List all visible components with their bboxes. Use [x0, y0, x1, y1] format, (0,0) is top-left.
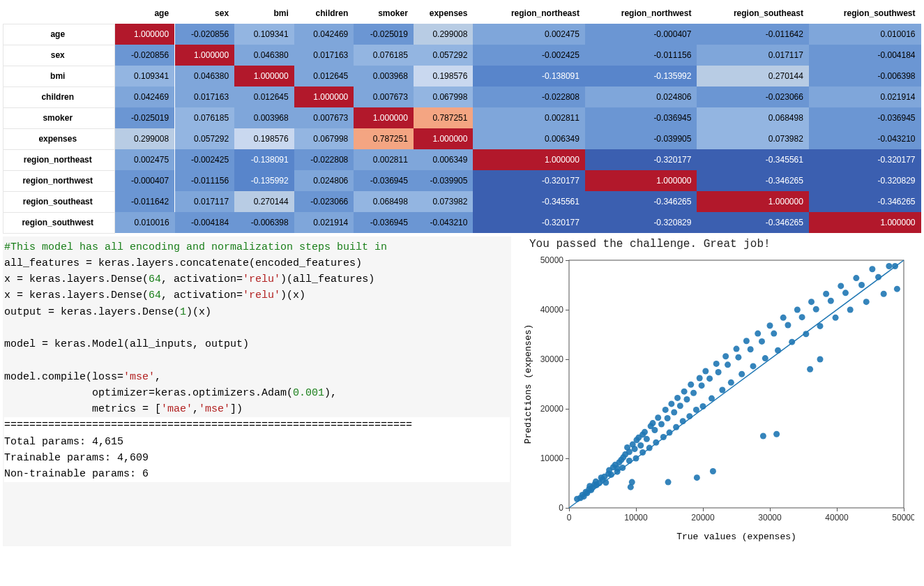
svg-point-120 — [767, 322, 773, 329]
svg-point-71 — [642, 428, 648, 435]
svg-point-88 — [674, 394, 681, 400]
svg-point-113 — [739, 370, 745, 377]
heatmap-row-header: age — [3, 24, 115, 45]
svg-point-102 — [706, 375, 713, 382]
heatmap-cell: 1.000000 — [175, 45, 235, 66]
heatmap-cell: -0.320177 — [473, 212, 584, 233]
heatmap-cell: -0.320177 — [473, 170, 584, 191]
svg-text:50000: 50000 — [892, 513, 914, 523]
heatmap-cell: 0.003968 — [354, 66, 414, 87]
svg-text:30000: 30000 — [540, 354, 564, 364]
heatmap-cell: 0.067998 — [414, 87, 474, 107]
svg-text:40000: 40000 — [825, 513, 849, 523]
svg-point-84 — [667, 429, 673, 435]
heatmap-cell: 0.057292 — [175, 128, 235, 149]
heatmap-cell: -0.006398 — [809, 66, 921, 87]
svg-point-142 — [875, 273, 881, 280]
heatmap-cell: -0.320829 — [585, 212, 697, 233]
svg-point-143 — [881, 290, 887, 296]
svg-point-105 — [713, 360, 720, 366]
svg-point-45 — [603, 479, 609, 486]
svg-point-72 — [644, 435, 650, 442]
svg-point-135 — [838, 283, 844, 289]
svg-point-90 — [680, 418, 686, 424]
heatmap-cell: -0.004184 — [809, 45, 921, 66]
svg-point-116 — [750, 363, 757, 369]
svg-point-93 — [686, 413, 692, 419]
heatmap-cell: 1.000000 — [697, 191, 808, 212]
heatmap-cell: -0.000407 — [585, 24, 697, 45]
heatmap-cell: 0.024806 — [294, 170, 354, 191]
heatmap-cell: -0.346265 — [697, 170, 808, 191]
svg-point-87 — [673, 423, 679, 430]
heatmap-cell: 0.076185 — [354, 45, 414, 66]
svg-point-123 — [780, 314, 787, 320]
heatmap-cell: 1.000000 — [414, 128, 474, 149]
svg-point-91 — [681, 388, 688, 394]
svg-point-128 — [803, 331, 809, 337]
svg-point-149 — [760, 433, 766, 439]
heatmap-cell: 0.021914 — [294, 212, 354, 233]
svg-point-94 — [688, 381, 694, 387]
heatmap-cell: 0.002475 — [115, 149, 175, 170]
heatmap-cell: 0.017163 — [175, 87, 235, 107]
heatmap-cell: -0.043210 — [414, 212, 474, 233]
svg-point-81 — [662, 406, 669, 412]
svg-point-68 — [637, 442, 644, 449]
heatmap-cell: -0.002425 — [473, 45, 584, 66]
heatmap-cell: 0.012645 — [234, 87, 294, 107]
heatmap-cell: 0.198576 — [234, 128, 294, 149]
svg-point-117 — [755, 330, 761, 336]
heatmap-row-header: region_northeast — [3, 149, 115, 170]
heatmap-cell: -0.345561 — [473, 191, 584, 212]
svg-point-55 — [619, 464, 626, 470]
heatmap-cell: 0.299008 — [414, 24, 474, 45]
heatmap-cell: 1.000000 — [473, 149, 584, 170]
svg-point-76 — [651, 427, 658, 433]
svg-point-150 — [773, 430, 780, 437]
svg-point-122 — [775, 347, 781, 353]
svg-point-89 — [677, 403, 683, 409]
heatmap-cell: 0.057292 — [414, 45, 474, 66]
svg-point-80 — [660, 433, 667, 440]
svg-point-118 — [759, 338, 765, 344]
svg-point-115 — [748, 346, 754, 352]
heatmap-cell: -0.036945 — [354, 170, 414, 191]
svg-text:0: 0 — [559, 503, 563, 513]
heatmap-cell: 0.002811 — [354, 149, 414, 170]
svg-point-107 — [719, 386, 725, 393]
heatmap-cell: -0.135992 — [234, 170, 294, 191]
svg-text:0: 0 — [567, 513, 572, 523]
heatmap-col-header: sex — [175, 3, 235, 24]
svg-point-65 — [633, 455, 639, 461]
heatmap-cell: 0.068498 — [697, 107, 808, 128]
svg-point-141 — [869, 266, 875, 272]
svg-point-124 — [785, 322, 791, 328]
heatmap-cell: 1.000000 — [354, 107, 414, 128]
svg-point-127 — [799, 314, 805, 320]
heatmap-cell: -0.138091 — [473, 66, 584, 87]
heatmap-cell: 0.012645 — [294, 66, 354, 87]
heatmap-cell: -0.346265 — [697, 212, 808, 233]
svg-point-103 — [709, 395, 715, 401]
correlation-heatmap: agesexbmichildrensmokerexpensesregion_no… — [3, 3, 921, 234]
svg-point-96 — [693, 406, 699, 412]
heatmap-cell: -0.022808 — [294, 149, 354, 170]
heatmap-cell: 0.002811 — [473, 107, 584, 128]
heatmap-cell: -0.036945 — [585, 107, 697, 128]
heatmap-cell: 0.067998 — [294, 128, 354, 149]
svg-point-110 — [728, 379, 734, 385]
heatmap-cell: -0.022808 — [473, 87, 584, 107]
svg-point-112 — [735, 354, 741, 360]
heatmap-cell: -0.043210 — [809, 128, 921, 149]
svg-point-69 — [639, 449, 646, 455]
svg-point-59 — [626, 458, 633, 464]
heatmap-cell: -0.039905 — [414, 170, 474, 191]
svg-text:20000: 20000 — [540, 404, 564, 414]
svg-point-92 — [683, 396, 690, 403]
heatmap-cell: 1.000000 — [234, 66, 294, 87]
heatmap-cell: 0.042469 — [115, 87, 175, 107]
heatmap-row-header: region_southwest — [3, 212, 115, 233]
svg-point-73 — [646, 444, 653, 451]
heatmap-cell: 0.017117 — [697, 45, 808, 66]
